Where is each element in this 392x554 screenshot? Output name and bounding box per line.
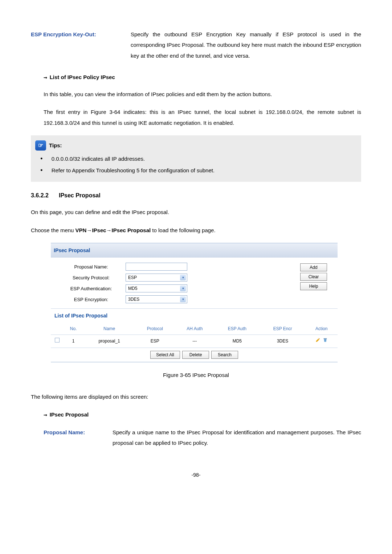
security-protocol-select[interactable]: ESP ▾: [126, 274, 187, 282]
col-action: Action: [306, 323, 338, 335]
section-intro: On this page, you can define and edit th…: [31, 207, 361, 217]
cell-no: 1: [63, 335, 83, 348]
cell-espenc: 3DES: [260, 335, 306, 348]
esp-auth-select[interactable]: MD5 ▾: [126, 284, 187, 292]
row-checkbox[interactable]: [55, 338, 60, 342]
security-protocol-value: ESP: [128, 274, 137, 282]
svg-rect-0: [323, 338, 327, 339]
list-policy-p1: In this table, you can view the informat…: [44, 89, 361, 99]
tips-icon: ☞: [35, 140, 46, 151]
col-protocol: Protocol: [135, 323, 175, 335]
esp-key-out-label: ESP Encryption Key-Out:: [31, 29, 131, 61]
panel-title: IPsec Proposal: [51, 243, 338, 258]
ipsec-proposal-heading: IPsec Proposal: [44, 409, 361, 420]
delete-icon[interactable]: [323, 337, 328, 342]
proposal-name-input[interactable]: [126, 263, 187, 271]
esp-key-out-text: Specify the outbound ESP Encryption Key …: [131, 29, 361, 61]
section-title: IPsec Proposal: [59, 190, 101, 201]
col-ah: AH Auth: [175, 323, 215, 335]
cell-protocol: ESP: [135, 335, 175, 348]
menu-post: to load the following page.: [151, 227, 215, 233]
table-row: 1 proposal_1 ESP --- MD5 3DES: [51, 335, 338, 348]
help-button[interactable]: Help: [300, 282, 327, 290]
ipsec-proposal-figure: IPsec Proposal Proposal Name: Security P…: [51, 243, 338, 362]
clear-button[interactable]: Clear: [300, 273, 327, 281]
menu-pre: Choose the menu: [31, 227, 75, 233]
add-button[interactable]: Add: [300, 263, 327, 271]
security-protocol-label: Security Protocol:: [57, 273, 126, 282]
proposal-name-label: Proposal Name:: [57, 262, 126, 271]
esp-auth-value: MD5: [128, 284, 137, 293]
menu-path-line: Choose the menu VPN→IPsec→IPsec Proposal…: [31, 225, 361, 235]
menu-bold: VPN→IPsec→IPsec Proposal: [75, 227, 151, 233]
proposal-name-def-label: Proposal Name:: [44, 427, 113, 448]
chevron-down-icon: ▾: [180, 286, 186, 291]
tip-item-1: Refer to Appendix Troubleshooting 5 for …: [52, 165, 215, 176]
select-all-button[interactable]: Select All: [150, 351, 180, 359]
tips-box: ☞ Tips: 0.0.0.0.0/32 indicates all IP ad…: [31, 135, 361, 182]
chevron-down-icon: ▾: [180, 275, 186, 280]
proposal-name-def-text: Specify a unique name to the IPsec Propo…: [113, 427, 361, 448]
cell-name: proposal_1: [83, 335, 135, 348]
items-intro: The following items are displayed on thi…: [31, 391, 361, 402]
esp-enc-select[interactable]: 3DES ▾: [126, 295, 187, 303]
tips-label: Tips:: [49, 140, 62, 151]
esp-enc-label: ESP Encryption:: [57, 295, 126, 304]
col-espenc: ESP Encr: [260, 323, 306, 335]
edit-icon[interactable]: [315, 337, 320, 342]
search-button[interactable]: Search: [211, 351, 238, 359]
page-number: -98-: [31, 470, 361, 480]
col-espauth: ESP Auth: [215, 323, 260, 335]
cell-espauth: MD5: [215, 335, 260, 348]
list-policy-p2: The first entry in Figure 3-64 indicates…: [44, 107, 361, 128]
tip-item-0: 0.0.0.0.0/32 indicates all IP addresses.: [52, 153, 145, 165]
col-no: No.: [63, 323, 83, 335]
proposal-table: No. Name Protocol AH Auth ESP Auth ESP E…: [51, 323, 338, 348]
section-number: 3.6.2.2: [31, 190, 49, 201]
esp-auth-label: ESP Authentication:: [57, 284, 126, 293]
cell-ah: ---: [175, 335, 215, 348]
esp-enc-value: 3DES: [128, 295, 139, 304]
list-title: List of IPsec Proposal: [51, 308, 338, 323]
delete-button[interactable]: Delete: [182, 351, 209, 359]
col-name: Name: [83, 323, 135, 335]
list-ipsec-policy-heading: List of IPsec Policy IPsec: [44, 72, 361, 82]
chevron-down-icon: ▾: [180, 296, 186, 302]
figure-caption: Figure 3-65 IPsec Proposal: [31, 370, 361, 380]
